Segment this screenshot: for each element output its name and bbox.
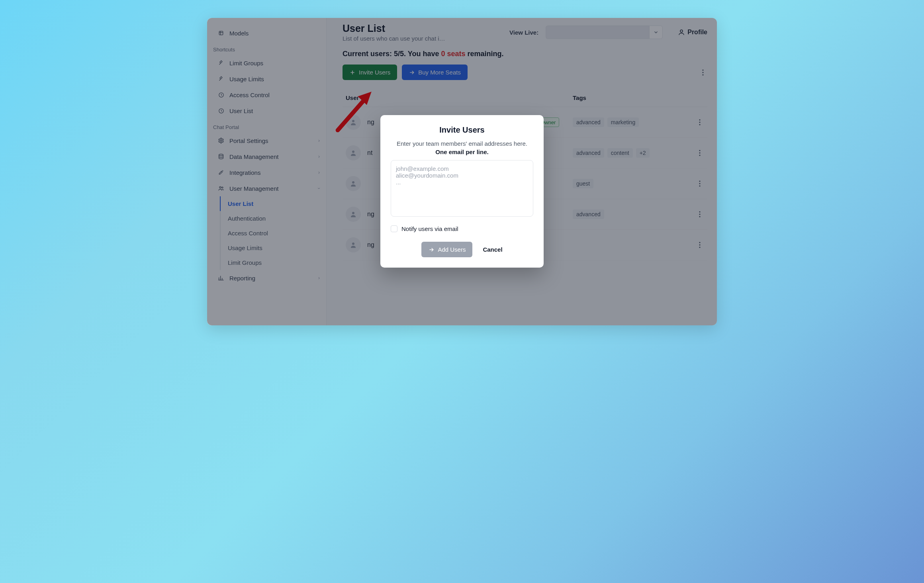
button-label: Add Users xyxy=(438,246,466,253)
modal-description: Enter your team members' email addresses… xyxy=(391,140,533,147)
notify-checkbox-row[interactable]: Notify users via email xyxy=(391,225,533,232)
arrow-right-icon xyxy=(428,247,435,253)
app-window: Models Shortcuts Limit Groups Usage Limi… xyxy=(207,18,717,325)
notify-checkbox[interactable] xyxy=(391,225,397,232)
notify-label: Notify users via email xyxy=(401,225,458,232)
add-users-button[interactable]: Add Users xyxy=(421,242,472,257)
cancel-button[interactable]: Cancel xyxy=(483,246,502,253)
emails-textarea[interactable] xyxy=(391,160,533,217)
modal-actions: Add Users Cancel xyxy=(391,242,533,257)
invite-users-modal: Invite Users Enter your team members' em… xyxy=(380,115,544,268)
modal-title: Invite Users xyxy=(391,125,533,135)
modal-instruction: One email per line. xyxy=(391,149,533,155)
